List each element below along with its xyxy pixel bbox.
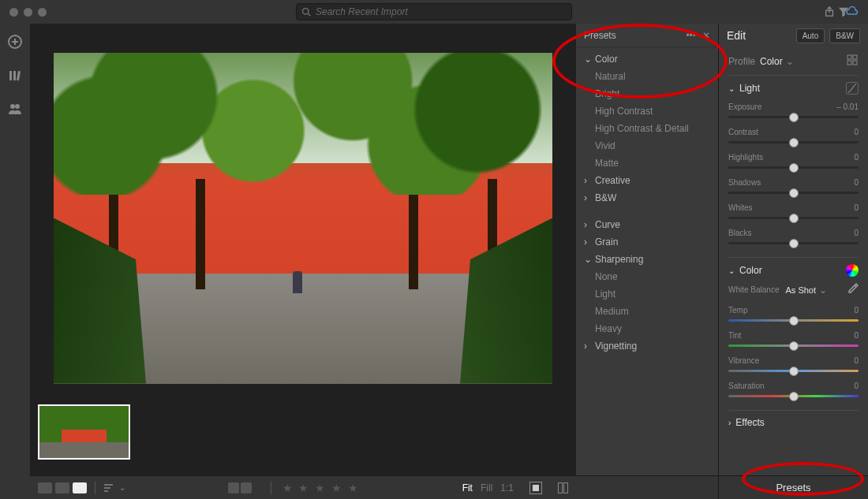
photo-canvas[interactable] [30,24,576,397]
preset-group-b-w[interactable]: ›B&W [576,189,718,207]
presets-footer-label: Presets [776,482,810,493]
effects-header[interactable]: › Effects [728,417,859,428]
profile-row[interactable]: Profile Color ⌄ [728,47,859,75]
presets-more-icon[interactable]: ••• [686,30,696,41]
minimize-window-icon[interactable] [24,8,32,17]
grid-view-button[interactable] [38,482,52,493]
chevron-down-icon: ⌄ [819,285,827,296]
svg-rect-6 [9,71,12,80]
slider-track[interactable] [728,116,859,118]
tone-curve-icon[interactable] [846,82,859,95]
slider-label: Temp [728,306,747,315]
slider-label: Vibrance [728,356,759,365]
color-header[interactable]: ⌄ Color [728,264,859,281]
titlebar: Search Recent Import [0,0,868,24]
light-header[interactable]: ⌄ Light [728,82,859,99]
preset-group-vignetting[interactable]: ›Vignetting [576,337,718,355]
search-icon [301,7,311,17]
slider-knob[interactable] [789,113,799,122]
slider-track[interactable] [728,242,859,244]
zoom-fill[interactable]: Fill [481,482,492,493]
maximize-window-icon[interactable] [38,8,47,17]
rating-stars[interactable]: ★ ★ ★ ★ ★ [282,482,361,494]
slider-exposure[interactable]: Exposure– 0.01 [728,99,859,125]
preset-item[interactable]: Bright [576,85,718,102]
bw-button[interactable]: B&W [829,28,860,43]
color-section: ⌄ Color White Balance As Shot ⌄ Temp0Tin… [728,258,859,410]
preset-item[interactable]: Heavy [576,320,718,337]
slider-whites[interactable]: Whites0 [728,200,859,225]
slider-knob[interactable] [789,188,799,198]
preset-item[interactable]: Natural [576,68,718,85]
slider-track[interactable] [728,141,859,143]
auto-button[interactable]: Auto [796,28,825,43]
view-mode-group [38,482,87,493]
svg-rect-14 [847,55,851,59]
preset-item[interactable]: Matte [576,155,718,172]
slider-highlights[interactable]: Highlights0 [728,150,859,175]
slider-blacks[interactable]: Blacks0 [728,225,859,251]
close-window-icon[interactable] [9,8,18,17]
slider-label: Highlights [728,153,763,162]
preset-item[interactable]: Vivid [576,137,718,155]
slider-track[interactable] [728,344,859,347]
wb-value: As Shot [785,285,816,295]
preset-group-grain[interactable]: ›Grain [576,233,718,251]
light-section: ⌄ Light Exposure– 0.01Contrast0Highlight… [728,76,859,257]
preset-group-creative[interactable]: ›Creative [576,172,718,189]
slider-track[interactable] [728,370,859,372]
cloud-sync-icon[interactable] [846,6,859,18]
compare-button[interactable] [558,482,568,493]
slider-shadows[interactable]: Shadows0 [728,175,859,200]
white-balance-row[interactable]: White Balance As Shot ⌄ [728,281,859,303]
preset-item[interactable]: Light [576,285,718,303]
people-icon[interactable] [8,102,22,117]
preset-item[interactable]: None [576,268,718,285]
preset-item[interactable]: Medium [576,303,718,320]
presets-footer-button[interactable]: Presets [719,475,868,499]
presets-footer [576,475,718,499]
slider-knob[interactable] [789,367,799,376]
slider-track[interactable] [728,217,859,219]
slider-knob[interactable] [789,341,799,351]
flag-buttons[interactable] [228,482,252,493]
slider-knob[interactable] [789,239,799,248]
info-overlay-button[interactable] [529,482,542,494]
detail-view-button[interactable] [73,482,87,493]
slider-knob[interactable] [789,392,799,401]
preset-item[interactable]: High Contrast & Detail [576,120,718,137]
preset-group-sharpening[interactable]: ⌄Sharpening [576,251,718,268]
slider-tint[interactable]: Tint0 [728,328,859,353]
slider-knob[interactable] [789,316,799,326]
slider-track[interactable] [728,319,859,322]
slider-track[interactable] [728,395,859,397]
slider-vibrance[interactable]: Vibrance0 [728,353,859,378]
slider-track[interactable] [728,166,859,169]
zoom-fit[interactable]: Fit [462,482,473,493]
svg-rect-8 [17,71,21,80]
square-view-button[interactable] [55,482,69,493]
preset-item[interactable]: High Contrast [576,102,718,120]
color-mixer-icon[interactable] [846,264,859,277]
add-photo-button[interactable] [8,35,22,51]
slider-knob[interactable] [789,214,799,223]
thumbnail[interactable] [38,404,130,460]
profile-grid-icon[interactable] [846,54,859,69]
slider-temp[interactable]: Temp0 [728,303,859,328]
search-input[interactable]: Search Recent Import [296,3,572,20]
svg-rect-15 [853,55,857,59]
sort-button[interactable]: ⌄ [103,483,125,493]
slider-saturation[interactable]: Saturation0 [728,378,859,404]
slider-knob[interactable] [789,163,799,173]
preset-group-color[interactable]: ⌄Color [576,50,718,68]
slider-knob[interactable] [789,138,799,147]
share-icon[interactable] [824,6,835,17]
preset-group-curve[interactable]: ›Curve [576,216,718,233]
eyedropper-icon[interactable] [847,283,859,296]
slider-contrast[interactable]: Contrast0 [728,125,859,150]
light-title: Light [739,83,760,94]
zoom-1-1[interactable]: 1:1 [500,482,514,493]
slider-track[interactable] [728,192,859,194]
library-icon[interactable] [8,69,22,85]
presets-close-icon[interactable]: ✕ [702,30,710,41]
